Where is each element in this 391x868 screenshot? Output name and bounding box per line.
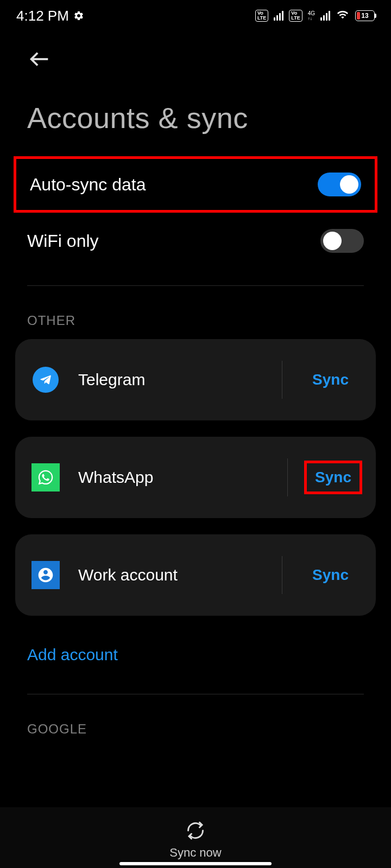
- divider: [27, 694, 364, 694]
- auto-sync-row[interactable]: Auto-sync data: [16, 159, 375, 210]
- account-whatsapp[interactable]: WhatsApp Sync: [15, 437, 376, 518]
- add-account-button[interactable]: Add account: [0, 632, 391, 678]
- sync-button[interactable]: Sync: [304, 461, 362, 494]
- auto-sync-label: Auto-sync data: [30, 175, 146, 195]
- network-4g-label: 4G ↑↓: [308, 11, 315, 21]
- account-name: Work account: [78, 566, 263, 584]
- sync-now-label[interactable]: Sync now: [169, 846, 221, 860]
- divider: [287, 458, 288, 496]
- home-indicator[interactable]: [119, 862, 272, 865]
- account-work[interactable]: Work account Sync: [15, 534, 376, 616]
- divider: [27, 285, 364, 286]
- wifi-only-row[interactable]: WiFi only: [0, 213, 391, 269]
- volte-icon-1: VoLTE: [255, 10, 268, 22]
- telegram-icon: [31, 366, 60, 394]
- auto-sync-toggle[interactable]: [318, 173, 361, 196]
- header: Accounts & sync: [0, 30, 391, 135]
- whatsapp-icon: [31, 463, 60, 492]
- account-telegram[interactable]: Telegram Sync: [15, 339, 376, 420]
- status-left: 4:12 PM: [16, 8, 84, 24]
- section-other: OTHER: [0, 302, 391, 339]
- status-right: VoLTE VoLTE 4G ↑↓ 13: [255, 9, 375, 23]
- account-name: Telegram: [78, 371, 263, 389]
- section-google: GOOGLE: [0, 711, 391, 748]
- wifi-only-toggle[interactable]: [320, 229, 364, 253]
- status-bar: 4:12 PM VoLTE VoLTE 4G ↑↓ 13: [0, 0, 391, 30]
- bottom-bar: Sync now: [0, 807, 391, 868]
- wifi-icon: [336, 9, 350, 23]
- status-time: 4:12 PM: [16, 8, 69, 24]
- sync-button[interactable]: Sync: [301, 363, 360, 397]
- volte-icon-2: VoLTE: [289, 10, 302, 22]
- highlight-autosync: Auto-sync data: [14, 156, 377, 213]
- sync-button[interactable]: Sync: [301, 558, 360, 592]
- signal-icon-1: [274, 11, 283, 21]
- work-account-icon: [31, 561, 60, 589]
- page-title: Accounts & sync: [27, 101, 364, 135]
- signal-icon-2: [320, 11, 330, 21]
- battery-icon: 13: [355, 10, 375, 21]
- sync-now-icon[interactable]: [186, 821, 205, 840]
- wifi-only-label: WiFi only: [27, 231, 99, 251]
- divider: [282, 361, 282, 399]
- gear-icon: [73, 10, 84, 21]
- divider: [282, 556, 282, 594]
- back-button[interactable]: [27, 47, 52, 74]
- account-name: WhatsApp: [78, 468, 268, 487]
